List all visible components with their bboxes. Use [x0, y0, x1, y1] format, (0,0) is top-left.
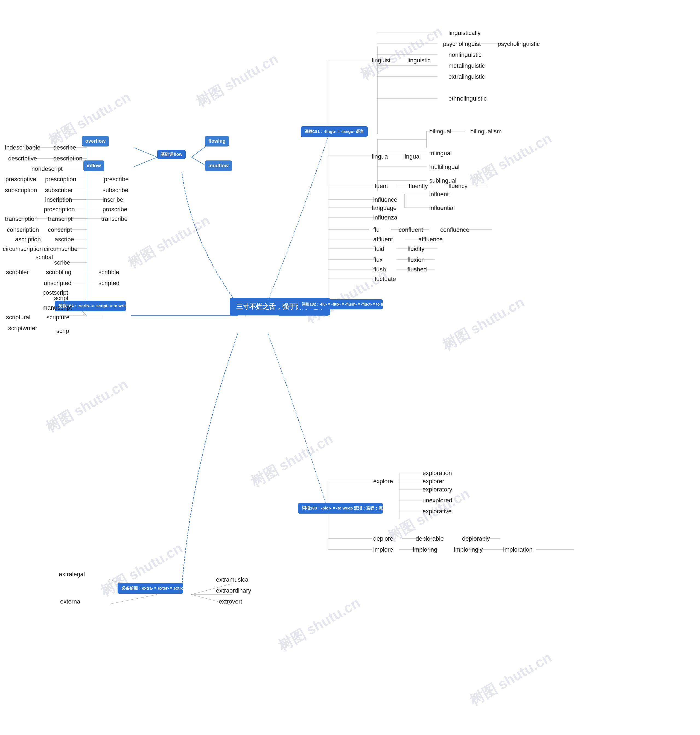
flu-fluent: fluent — [373, 183, 388, 190]
extra-extrovert: extrovert — [219, 598, 242, 605]
scrib-prescriptive: prescriptive — [6, 176, 36, 183]
scrib-subscribe: subscribe — [103, 187, 128, 194]
scrib-describe: describe — [53, 144, 76, 151]
scrib-circumscription: circumscription — [3, 245, 43, 252]
lingu-lingual: lingual — [403, 153, 421, 160]
scrib-scribe: scribe — [54, 259, 70, 266]
scrib-inscribe: inscribe — [103, 196, 123, 203]
scrib-prescription: prescription — [45, 176, 76, 183]
lingu-metalinguistic: metalinguistic — [449, 62, 485, 69]
flu-confluence: confluence — [440, 226, 469, 233]
scrib-conscript: conscript — [48, 226, 72, 233]
extra-root-label: 必备前缀：extra- = exter- = extro- — [121, 586, 185, 590]
flu-confluent: confluent — [399, 226, 423, 233]
flu-fluidity: fluidity — [407, 245, 424, 252]
lingu-psycholinguistic: psycholinguistic — [498, 40, 540, 48]
watermark-13: 树图 shutu.cn — [466, 648, 555, 710]
lingu-root-label: 词根181：-lingu- = -langu- 语言 — [304, 129, 364, 134]
svg-line-0 — [134, 148, 157, 157]
scrib-subscriber: subscriber — [45, 187, 73, 194]
flu-flu: flu — [373, 226, 379, 233]
scrib-unscripted: unscripted — [44, 280, 72, 287]
plor-unexplored: unexplored — [422, 497, 452, 504]
flow-inflow-label: inflow — [87, 163, 101, 169]
scrib-conscription: conscription — [7, 226, 39, 233]
lingu-bilingualism: bilingualism — [470, 128, 502, 135]
plor-explorative: explorative — [422, 508, 451, 515]
extra-extraordinary: extraordinary — [216, 587, 251, 594]
flow-inflow-node: inflow — [84, 160, 104, 171]
lingu-multilingual: multilingual — [429, 163, 459, 170]
lingu-psycholinguist: psycholinguist — [443, 40, 481, 48]
scrib-nondescript: nondescript — [31, 165, 63, 173]
flow-mudflow-label: mudflow — [208, 163, 229, 169]
scrib-ascription: ascription — [15, 236, 41, 243]
flu-root-label: 词根182：-flu- = -flux- = -flush- = -fluct-… — [302, 302, 397, 307]
svg-line-2 — [191, 145, 208, 157]
scrib-proscription: proscription — [44, 206, 75, 213]
lingu-bilingual: bilingual — [429, 128, 451, 135]
plor-deplorably: deplorably — [462, 535, 490, 542]
plor-exploration: exploration — [422, 469, 452, 477]
extra-extramusical: extramusical — [216, 576, 250, 583]
scrib-scripted: scripted — [99, 280, 119, 287]
scrib-scribbling: scribbling — [46, 269, 71, 276]
flow-mudflow-node: mudflow — [205, 160, 232, 171]
scrib-scriptwriter: scriptwriter — [8, 325, 37, 332]
watermark-2: 树图 shutu.cn — [193, 50, 282, 112]
flu-influent: influent — [429, 191, 449, 198]
scrib-transcribe: transcribe — [101, 216, 128, 223]
watermark-8: 树图 shutu.cn — [43, 375, 131, 437]
extra-external: external — [60, 598, 81, 605]
flu-influential: influential — [429, 204, 455, 211]
scrib-scribble: scribble — [99, 269, 119, 276]
plor-deplorable: deplorable — [416, 535, 444, 542]
plor-implore: implore — [373, 546, 393, 553]
scrib-transcription: transcription — [5, 216, 38, 223]
scrib-scribal: scribal — [35, 254, 53, 261]
watermark-9: 树图 shutu.cn — [247, 430, 336, 492]
flu-fluxion: fluxion — [407, 257, 425, 264]
flu-influence: influence — [373, 196, 397, 203]
flu-affluence: affluence — [418, 236, 443, 243]
plor-imploring: imploring — [413, 546, 437, 553]
flu-flushed: flushed — [407, 266, 427, 273]
scrib-description: description — [53, 155, 82, 162]
lingu-linguistic: linguistic — [407, 57, 430, 64]
plor-explore: explore — [373, 478, 393, 485]
watermark-12: 树图 shutu.cn — [275, 593, 364, 656]
watermark-4: 树图 shutu.cn — [466, 129, 555, 191]
plor-exploratory: exploratory — [422, 486, 452, 493]
flu-fluid: fluid — [373, 245, 384, 252]
flow-flowing-node: flowing — [205, 136, 229, 147]
lingu-root-node: 词根181：-lingu- = -langu- 语言 — [301, 126, 368, 137]
scrib-manuscript: manuscript — [43, 304, 72, 311]
flow-flowing-label: flowing — [208, 138, 226, 144]
scrib-indescribable: indescribable — [5, 144, 40, 151]
watermark-3: 树图 shutu.cn — [357, 22, 446, 84]
lingu-language: language — [372, 204, 397, 211]
flu-influenza: influenza — [373, 214, 397, 221]
flu-flush: flush — [373, 266, 386, 273]
lingu-nonlinguistic: nonlinguistic — [449, 51, 481, 59]
lingu-extralinguistic: extralinguistic — [449, 73, 485, 80]
lingu-lingua: lingua — [372, 153, 388, 160]
svg-line-1 — [134, 157, 157, 167]
flu-fluently: fluently — [409, 183, 428, 190]
watermark-5: 树图 shutu.cn — [124, 211, 213, 273]
scrib-descriptive: descriptive — [8, 155, 37, 162]
plor-root-label: 词根183：-plor- = -to weep 流泪；哀叹；流出 — [302, 506, 387, 510]
scrib-scribbler: scribbler — [6, 269, 29, 276]
connection-lines — [0, 0, 700, 735]
scrib-scrip: scrip — [56, 327, 69, 334]
flow-root-node: 基础词flow — [157, 150, 186, 159]
lingu-trilingual: trilingual — [429, 150, 452, 157]
scrib-transcript: transcript — [48, 216, 72, 223]
scrib-proscribe: proscribe — [103, 206, 127, 213]
extra-extralegal: extralegal — [59, 571, 85, 578]
scrib-scriptural: scriptural — [6, 314, 30, 321]
plor-explorer: explorer — [422, 478, 444, 485]
lingu-ethnolinguistic: ethnolinguistic — [449, 95, 487, 102]
flow-overflow-node: overflow — [82, 136, 109, 147]
plor-root-node: 词根183：-plor- = -to weep 流泪；哀叹；流出 — [298, 503, 383, 513]
